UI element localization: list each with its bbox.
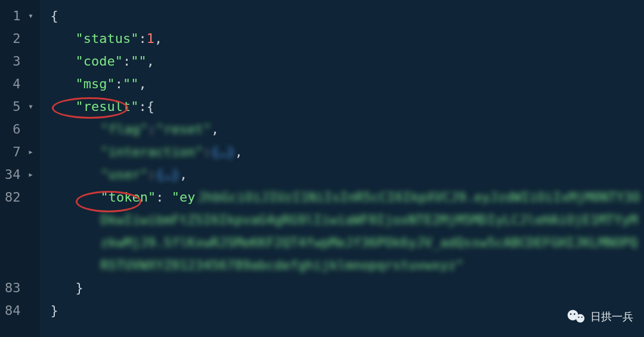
svg-point-1 — [576, 314, 584, 323]
line-number: 82 — [5, 186, 21, 209]
gutter-line — [5, 254, 33, 277]
brace-open: { — [147, 95, 154, 118]
comma: , — [138, 73, 146, 95]
gutter-line[interactable]: 1 ▼ — [5, 5, 33, 27]
brace-close: } — [76, 277, 83, 299]
json-key-result: "result" — [76, 95, 139, 118]
code-line: } — [51, 277, 645, 299]
json-editor: 1 ▼ 2 3 4 5 ▼ 6 7 ▶ 34 ▶ — [0, 0, 644, 337]
code-line: "code": "", — [51, 50, 645, 73]
line-number: 83 — [5, 277, 21, 299]
json-key-obscured: "interaction" — [101, 141, 203, 163]
gutter-line — [5, 209, 33, 231]
colon: : — [138, 27, 146, 50]
gutter-line: 84 — [5, 299, 33, 322]
code-line: "status": 1, — [51, 27, 645, 50]
code-line-token: "token": "eyJhbGciOiJIUzI1NiIsInR5cCI6Ik… — [51, 186, 645, 277]
line-number: 5 — [13, 95, 20, 118]
comma: , — [235, 141, 243, 163]
json-value-token-prefix: "ey — [172, 190, 196, 205]
colon: : — [115, 73, 123, 95]
json-value-obscured: "reset" — [156, 118, 211, 141]
line-number: 1 — [13, 5, 20, 27]
line-number: 7 — [13, 141, 20, 163]
gutter-line — [5, 231, 33, 254]
svg-point-2 — [570, 313, 572, 315]
line-number: 4 — [13, 73, 20, 95]
watermark-text: 日拱一兵 — [590, 310, 633, 324]
colon: : — [138, 95, 146, 118]
gutter-line: 2 — [5, 27, 33, 50]
svg-point-4 — [578, 317, 579, 318]
json-value-folded[interactable]: {…} — [211, 141, 235, 163]
gutter-line[interactable]: 7 ▶ — [5, 141, 33, 163]
code-line: "result": { — [51, 95, 645, 118]
json-key-code: "code" — [76, 50, 123, 73]
gutter-line[interactable]: 5 ▼ — [5, 95, 33, 118]
fold-right-icon[interactable]: ▶ — [26, 163, 33, 186]
json-value-folded[interactable]: {…} — [156, 163, 179, 186]
svg-point-3 — [574, 313, 575, 315]
gutter-line: 83 — [5, 277, 33, 299]
code-line: } — [51, 299, 645, 322]
gutter-line[interactable]: 34 ▶ — [5, 163, 33, 186]
gutter-line: 82 — [5, 186, 33, 209]
line-number: 2 — [13, 27, 20, 50]
json-value-number: 1 — [147, 27, 154, 50]
code-line: { — [51, 5, 645, 27]
line-number: 3 — [13, 50, 20, 73]
colon: : — [148, 163, 156, 186]
gutter-line: 4 — [5, 73, 33, 95]
watermark: 日拱一兵 — [566, 308, 633, 325]
json-key-obscured: "user" — [101, 163, 148, 186]
colon: : — [156, 190, 172, 205]
code-line: "interaction": {…}, — [51, 141, 645, 163]
comma: , — [211, 118, 219, 141]
fold-right-icon[interactable]: ▶ — [26, 141, 33, 163]
svg-point-5 — [581, 317, 583, 318]
gutter-line: 6 — [5, 118, 33, 141]
line-number-gutter: 1 ▼ 2 3 4 5 ▼ 6 7 ▶ 34 ▶ — [0, 0, 40, 337]
code-line: "flag": "reset", — [51, 118, 645, 141]
comma: , — [179, 163, 187, 186]
json-key-msg: "msg" — [76, 73, 115, 95]
code-area[interactable]: { "status": 1, "code": "", "msg": "", "r… — [40, 0, 645, 337]
comma: , — [154, 27, 162, 50]
json-key-status: "status" — [76, 27, 139, 50]
fold-down-icon[interactable]: ▼ — [26, 95, 33, 118]
json-value-string: "" — [123, 73, 139, 95]
comma: , — [147, 50, 154, 73]
colon: : — [203, 141, 211, 163]
json-value-string: "" — [131, 50, 147, 73]
json-key-token: "token" — [101, 190, 156, 205]
json-key-obscured: "flag" — [101, 118, 148, 141]
colon: : — [123, 50, 131, 73]
brace-close: } — [51, 299, 58, 322]
line-number: 6 — [13, 118, 20, 141]
gutter-line: 3 — [5, 50, 33, 73]
code-line: "msg": "", — [51, 73, 645, 95]
line-number: 34 — [5, 163, 21, 186]
wechat-icon — [566, 308, 586, 325]
brace-open: { — [51, 5, 58, 27]
colon: : — [148, 118, 156, 141]
line-number: 84 — [5, 299, 21, 322]
fold-down-icon[interactable]: ▼ — [26, 5, 33, 27]
code-line: "user": {…}, — [51, 163, 645, 186]
